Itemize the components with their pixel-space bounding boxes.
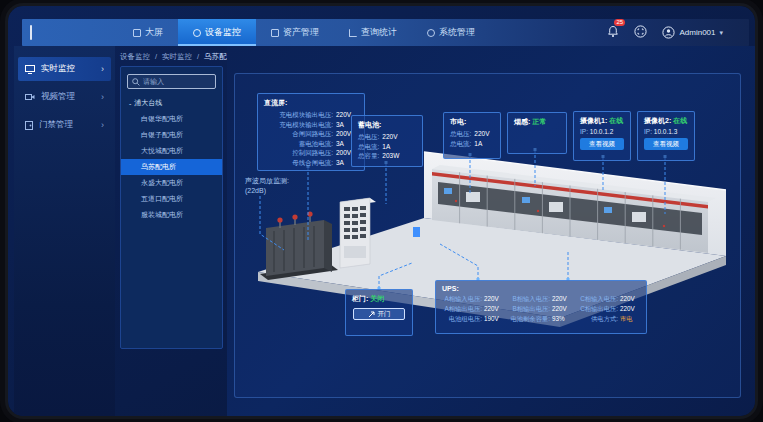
sidebar-item-access-control[interactable]: 门禁管理 › [18,113,111,137]
camera1-panel: 摄像机1: 在线 IP: 10.0.1.2 查看视频 [573,111,631,161]
avatar-icon [662,26,675,39]
panel-title: UPS: [442,285,640,292]
app-window: 大屏 设备监控 资产管理 查询统计 系统管理 25 [8,6,755,416]
row-value: 220V [552,304,572,313]
row-label: 总电流: [450,139,471,149]
panel-title: 烟感: 正常 [514,117,560,127]
row-label: C相输出电压: [578,304,618,313]
user-name: Admin001 [679,28,715,37]
row-value: 220V [620,294,640,303]
tab-dashboard[interactable]: 大屏 [118,19,178,46]
row-label: A相输出电压: [442,304,482,313]
logo-mark [30,25,32,40]
tree-item-station-selected[interactable]: 乌苏配电所 [121,159,222,175]
tab-label: 大屏 [145,26,163,39]
chevron-right-icon: › [101,120,104,130]
cabinet-door-panel: 柜门: 关闭 开门 [345,289,413,336]
row-label: B相输出电压: [510,304,550,313]
sidebar-item-realtime-monitor[interactable]: 实时监控 › [18,57,111,81]
row-label: 蓄电池电流: [299,139,333,149]
breadcrumb-device-monitor[interactable]: 设备监控 [120,52,150,62]
panel-title: 直流屏: [264,98,358,108]
chevron-right-icon: › [101,92,104,102]
row-value: 220V [552,294,572,303]
tab-query-statistics[interactable]: 查询统计 [334,19,412,46]
door-status: 关闭 [370,295,384,302]
tree-root-label: 浦大台线 [134,98,162,108]
tab-label: 设备监控 [205,26,241,39]
sidebar-item-video-management[interactable]: 视频管理 › [18,85,111,109]
row-value: 220V [484,294,504,303]
fullscreen-button[interactable] [634,24,647,42]
sidebar-item-label: 门禁管理 [39,119,73,131]
tree-item-station[interactable]: 五道口配电所 [121,191,222,207]
expand-icon [634,25,647,38]
panel-title: 摄像机1: 在线 [580,116,624,126]
sidebar: 实时监控 › 视频管理 › 门禁管理 › [14,46,115,416]
search-icon [132,78,140,86]
camera2-ip: IP: 10.0.1.3 [644,128,688,135]
video-camera-icon [25,93,35,101]
mains-power-panel: 市电: 总电压:220V 总电流:1A [443,112,501,159]
row-value: 1A [474,139,496,149]
tree-item-station[interactable]: 白银子配电所 [121,127,222,143]
tab-asset-management[interactable]: 资产管理 [256,19,334,46]
row-value: 190V [484,314,504,323]
panel-title: 柜门: 关闭 [352,294,406,304]
tab-label: 资产管理 [283,26,319,39]
row-value: 1A [382,142,404,152]
nav-tabs: 大屏 设备监控 资产管理 查询统计 系统管理 [118,19,490,46]
tree-item-station[interactable]: 服装城配电所 [121,207,222,223]
tab-label: 系统管理 [439,26,475,39]
tab-system-management[interactable]: 系统管理 [412,19,490,46]
monitor-icon [193,29,201,37]
open-door-button[interactable]: 开门 [353,308,405,320]
row-label: 电池组电压: [442,314,482,323]
row-label: 总电压: [450,129,471,139]
row-label: 电池剩余容量: [510,314,550,323]
notifications-button[interactable]: 25 [607,24,619,42]
sidebar-item-label: 视频管理 [41,91,75,103]
power-mode-value: 市电 [620,314,640,323]
view-video-button[interactable]: 查看视频 [580,138,624,150]
row-value: 203W [382,151,404,161]
chevron-down-icon: ▾ [719,29,723,37]
battery-panel: 蓄电池: 总电压:220V 总电流:1A 总容量:203W [351,115,423,167]
ups-panel: UPS: A相输入电压:220V B相输入电压:220V C相输入电压:220V… [435,280,647,334]
button-label: 开门 [378,310,391,319]
row-label: 总容量: [358,151,379,161]
dashboard-icon [133,29,141,37]
row-label: 合闸回路电压: [292,129,333,139]
tree-item-station[interactable]: 永盛大配电所 [121,175,222,191]
camera1-ip: IP: 10.0.1.2 [580,128,624,135]
search-input[interactable] [143,78,211,85]
user-menu[interactable]: Admin001 ▾ [662,26,723,39]
row-value: 220V [484,304,504,313]
row-label: B相输入电压: [510,294,550,303]
notification-badge: 25 [614,19,625,26]
tree-item-station[interactable]: 白银华配电所 [121,111,222,127]
tab-label: 查询统计 [361,26,397,39]
smoke-sensor-panel: 烟感: 正常 [507,112,567,154]
chevron-right-icon: › [101,64,104,74]
camera2-panel: 摄像机2: 在线 IP: 10.0.1.3 查看视频 [637,111,695,161]
tab-device-monitor[interactable]: 设备监控 [178,19,256,46]
tree-item-station[interactable]: 大悦城配电所 [121,143,222,159]
breadcrumb-separator: / [197,52,199,62]
breadcrumb-realtime[interactable]: 实时监控 [162,52,192,62]
view-video-button[interactable]: 查看视频 [644,138,688,150]
camera2-status: 在线 [673,117,687,124]
breadcrumb-separator: / [155,52,157,62]
row-value: 93% [552,314,572,323]
row-label: 控制回路电压: [292,148,333,158]
row-value: 220V [382,132,404,142]
bell-icon [607,25,619,38]
door-icon [25,121,33,130]
row-value: 220V [620,304,640,313]
top-navbar: 大屏 设备监控 资产管理 查询统计 系统管理 25 [22,19,749,46]
tree-search [127,74,216,89]
acoustic-value: (22dB) [245,186,289,196]
tree-root-line[interactable]: - 浦大台线 [121,95,222,111]
dc-screen-panel: 直流屏: 充电模块输出电压:220V 充电模块输出电流:3A 合闸回路电压:20… [257,93,365,171]
acoustic-monitor-label: 声波局放监测: (22dB) [245,176,289,196]
